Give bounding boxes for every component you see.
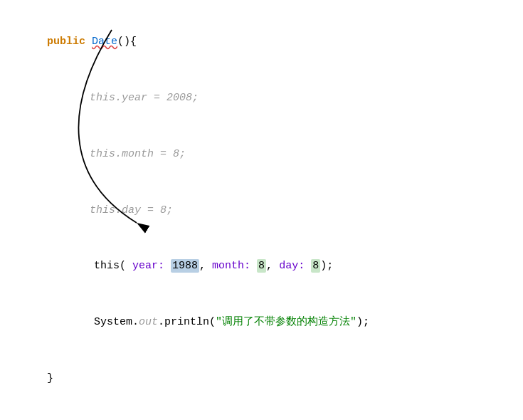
close-6: ); (356, 316, 369, 328)
param-month-value: 8 (257, 259, 266, 273)
out-6: out (139, 316, 158, 328)
this-keyword-5: this( (68, 260, 132, 272)
code-editor: public Date(){ this.year = 2008; this.mo… (0, 0, 523, 420)
system-6: System. (68, 316, 139, 328)
code-line-4: this.day = 8; (21, 182, 502, 238)
param-year-value: 1988 (171, 259, 199, 273)
comment-day: this.day = 8; (90, 204, 173, 216)
code-line-6: System.out.println("调用了不带参数的构造方法"); (21, 295, 502, 351)
class-date-1: Date (92, 36, 117, 48)
comma1: , (199, 260, 212, 272)
code-line-3: this.month = 8; (21, 127, 502, 183)
comment-year: this.year = 2008; (90, 92, 199, 104)
param-day-label: day: (279, 260, 311, 272)
string-6: "调用了不带参数的构造方法" (216, 316, 356, 328)
param-month-label: month: (212, 260, 257, 272)
code-line-7: } (21, 351, 502, 407)
comma2: , (266, 260, 279, 272)
code-line-1: public Date(){ (21, 14, 502, 70)
brace-close-7: } (47, 372, 53, 384)
param-year-label: year: (132, 260, 171, 272)
println-6: .println( (158, 316, 216, 328)
code-line-2: this.year = 2008; (21, 70, 502, 127)
paren-1: (){ (117, 36, 137, 48)
keyword-public: public (47, 36, 92, 48)
comment-month: this.month = 8; (90, 148, 186, 160)
close-paren-5: ); (320, 260, 333, 272)
code-line-5: this( year: 1988, month: 8, day: 8); (21, 238, 502, 295)
code-line-8: 1 usage new * (21, 406, 502, 420)
param-day-value: 8 (311, 259, 320, 273)
